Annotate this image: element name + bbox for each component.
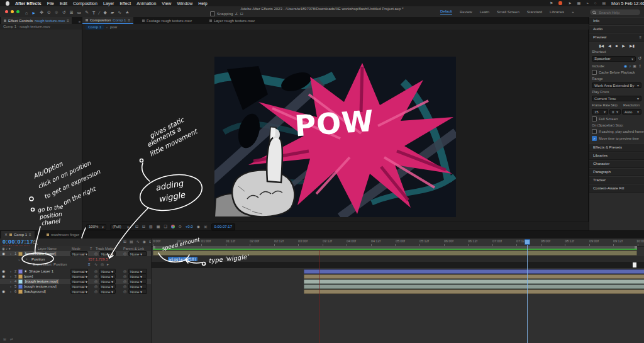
menu-layer[interactable]: Layer [103, 1, 114, 6]
full-screen-checkbox[interactable] [592, 116, 597, 121]
panel-menu-icon[interactable]: ≡ [128, 17, 130, 23]
brush-tool-icon[interactable]: ∕ [99, 11, 99, 15]
matte-dropdown[interactable]: None ▾ [99, 251, 116, 256]
next-frame-icon[interactable]: ▶ [622, 43, 625, 48]
zoom-tool-icon[interactable]: ⊙ [47, 10, 51, 15]
menu-composition[interactable]: Composition [73, 1, 97, 6]
pickwhip-icon[interactable]: ◎ [123, 279, 126, 284]
matte-dropdown[interactable]: None ▾ [99, 284, 116, 289]
position-label[interactable]: Position [31, 257, 45, 262]
expression-text[interactable]: wiggle(5,10) [168, 257, 197, 261]
pickwhip-icon[interactable]: ◎ [123, 269, 126, 274]
viewer-current-time[interactable]: 0:00:07:17 [211, 223, 235, 230]
eye-icon[interactable]: ◉ [2, 274, 5, 279]
status-grid-icon[interactable]: ▦ [577, 0, 580, 6]
workspace-libraries[interactable]: Libraries [550, 10, 564, 14]
menu-help[interactable]: Help [198, 1, 207, 6]
range-dropdown[interactable]: Work Area Extended By Current ..▾ [592, 82, 641, 88]
clone-tool-icon[interactable]: ◆ [104, 10, 107, 15]
menu-view[interactable]: View [162, 1, 171, 6]
panel-menu-icon[interactable]: ≡ [639, 34, 641, 41]
home-tool-icon[interactable]: ⌂ [25, 11, 28, 15]
last-frame-icon[interactable]: ▶▮ [630, 43, 635, 48]
col-track-matte[interactable]: Track Matte [96, 246, 114, 251]
matte-dropdown[interactable]: None ▾ [99, 274, 116, 279]
layer-color-swatch[interactable] [18, 290, 23, 294]
rotate-tool-icon[interactable]: ↺ [62, 10, 66, 15]
matte-icon[interactable]: ◎ [94, 284, 97, 289]
menu-window[interactable]: Window [177, 1, 192, 6]
matte-icon[interactable]: ◎ [94, 289, 97, 294]
layer-bar-rough-texture-1[interactable] [304, 279, 644, 284]
channel-wheel-icon[interactable] [171, 225, 175, 228]
layer-name[interactable]: [mushroom finger] [24, 251, 57, 256]
snap-angle-icon[interactable]: ∠ [235, 11, 238, 17]
matte-icon[interactable]: ◎ [94, 279, 97, 284]
parent-dropdown[interactable]: None ▾ [128, 274, 147, 279]
status-shortcut-icon[interactable]: ⌁ [586, 0, 589, 6]
menu-edit[interactable]: Edit [60, 1, 67, 6]
menu-effect[interactable]: Effect [119, 1, 131, 6]
hand-tool-icon[interactable]: ✥ [40, 10, 43, 15]
col-parent-link[interactable]: Parent & Link [123, 246, 144, 251]
menubar-clock[interactable]: Mon 5 Feb 12:46 [611, 1, 644, 6]
expression-row[interactable]: Expression: Position ≡ ∿ ◎ ▸ [0, 262, 151, 267]
parent-dropdown[interactable]: None ▾ [128, 251, 147, 256]
workspace-overflow[interactable]: » [572, 10, 574, 14]
info-panel-header[interactable]: Info [589, 17, 644, 25]
transparency-grid-icon[interactable]: ▦ [157, 223, 160, 230]
graph-editor-icon[interactable]: ∿ [136, 239, 140, 244]
minimize-window-button[interactable] [11, 10, 14, 13]
pickwhip-icon[interactable]: ◎ [123, 251, 126, 256]
matte-icon[interactable]: ◎ [94, 274, 97, 279]
shortcut-dropdown[interactable]: Spacebar▾ [592, 56, 636, 62]
breadcrumb-comp-chip[interactable]: Comp 1 [86, 25, 104, 30]
pickwhip-icon[interactable]: ◎ [123, 289, 126, 294]
mask-visibility-icon[interactable]: ⊟ [142, 223, 145, 230]
reset-icon[interactable]: ↺ [638, 55, 641, 62]
twirl-icon[interactable]: › [10, 274, 11, 279]
matte-dropdown[interactable]: None ▾ [99, 279, 116, 284]
exposure-value[interactable]: +0.0 [186, 225, 193, 228]
expression-enable-icon[interactable]: ≡ [88, 262, 91, 267]
layer-name[interactable]: [rough texture.mov] [24, 279, 59, 284]
layer-bar-pow[interactable] [304, 274, 644, 279]
eraser-tool-icon[interactable]: ▰ [111, 10, 114, 15]
adjust-exposure-icon[interactable]: ⊙ [179, 223, 182, 230]
expression-marker[interactable] [633, 262, 636, 267]
mode-dropdown[interactable]: Normal ▾ [70, 284, 88, 289]
frame-rate-dropdown[interactable]: 15▾ [592, 109, 608, 115]
layer-bar-mushroom-finger[interactable] [153, 250, 637, 256]
twirl-icon[interactable]: › [10, 289, 11, 294]
roto-tool-icon[interactable]: ∿ [118, 10, 121, 15]
type-tool-icon[interactable]: T [92, 11, 95, 15]
search-help-input[interactable] [597, 10, 638, 15]
move-time-checkbox[interactable]: ✓ [592, 136, 597, 141]
layer-color-swatch[interactable] [18, 252, 23, 256]
twirl-icon[interactable]: › [10, 279, 11, 284]
status-flag-icon[interactable]: ⚑ [550, 0, 553, 6]
status-cursor-icon[interactable]: ➤ [568, 0, 571, 6]
layer-color-swatch[interactable] [18, 279, 23, 284]
workspace-small-screen[interactable]: Small Screen [497, 10, 519, 14]
grid-guides-icon[interactable]: ⊡ [135, 223, 138, 230]
expression-graph-row[interactable] [152, 262, 644, 268]
layer-row-4[interactable]: › 4 [rough texture.mov] Normal ▾ ◎ None … [0, 279, 151, 284]
status-search-icon[interactable]: ○ [594, 0, 597, 6]
col-layer-name[interactable]: Layer Name [38, 246, 57, 251]
parent-dropdown[interactable]: None ▾ [128, 289, 147, 294]
panel-menu-icon[interactable]: ≡ [67, 18, 69, 24]
col-t[interactable]: T [90, 246, 92, 251]
mode-dropdown[interactable]: Normal ▾ [70, 269, 88, 274]
menu-app-name[interactable]: After Effects [15, 1, 42, 6]
matte-dropdown[interactable]: None ▾ [99, 269, 116, 274]
include-audio-icon[interactable]: ♪ [629, 64, 631, 68]
include-video-icon[interactable]: ◉ [624, 64, 627, 68]
layer-name[interactable]: [rough texture.mov] [24, 284, 57, 289]
twirl-open-icon[interactable]: ⌄ [18, 257, 21, 262]
parent-dropdown[interactable]: None ▾ [128, 284, 147, 289]
search-help-box[interactable] [590, 9, 640, 15]
layer-row-5[interactable]: › 5 [rough texture.mov] Normal ▾ ◎ None … [0, 284, 151, 289]
timeline-tab-comp1[interactable]: ✕ Comp 1 ≡ [1, 231, 35, 239]
menu-animation[interactable]: Animation [136, 1, 156, 6]
